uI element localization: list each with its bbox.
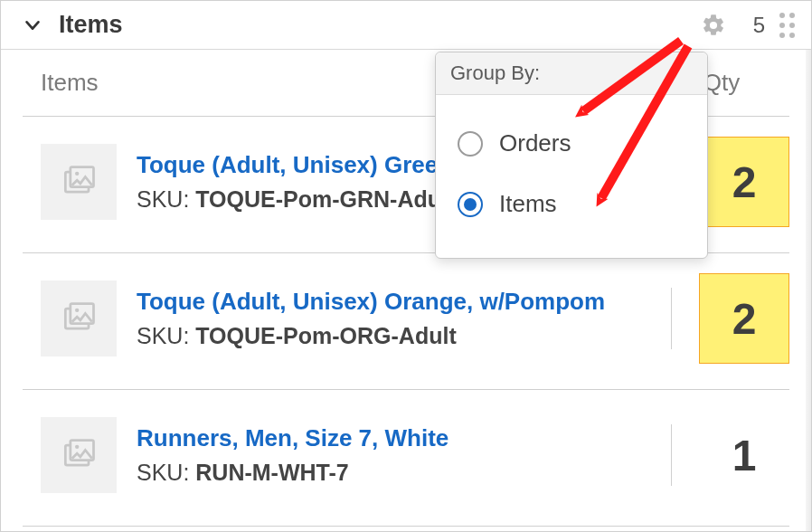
thumbnail-placeholder [41, 144, 117, 220]
item-title-link[interactable]: Runners, Men, Size 7, White [137, 424, 644, 452]
qty-badge: 2 [699, 137, 789, 227]
item-sku-line: SKU: RUN-M-WHT-7 [137, 460, 644, 486]
radio-label: Orders [499, 129, 571, 157]
sku-label: SKU: [137, 323, 195, 348]
scrollbar-edge [806, 50, 811, 531]
drag-handle-icon[interactable] [779, 13, 795, 38]
svg-point-8 [75, 445, 79, 449]
table-row: Toque (Adult, Unisex) Orange, w/Pompom S… [23, 253, 789, 390]
table-row: Runners, Men, Size 7, White SKU: RUN-M-W… [23, 390, 789, 527]
panel-header: Items 5 [1, 1, 811, 50]
radio-icon [458, 131, 483, 157]
radio-option-items[interactable]: Items [452, 174, 691, 234]
item-info: Toque (Adult, Unisex) Orange, w/Pompom S… [137, 288, 644, 349]
popover-header: Group By: [436, 52, 707, 95]
divider [671, 288, 672, 349]
thumbnail-placeholder [41, 417, 117, 493]
radio-option-orders[interactable]: Orders [452, 113, 691, 174]
svg-point-5 [75, 309, 79, 312]
item-info: Runners, Men, Size 7, White SKU: RUN-M-W… [137, 424, 644, 486]
divider [671, 424, 672, 486]
sku-value: TOQUE-Pom-GRN-Adult [195, 186, 455, 212]
chevron-down-icon[interactable] [23, 15, 42, 35]
item-sku-line: SKU: TOQUE-Pom-ORG-Adult [137, 323, 644, 349]
sku-label: SKU: [137, 460, 195, 485]
thumbnail-placeholder [41, 280, 117, 356]
sku-value: RUN-M-WHT-7 [195, 460, 348, 485]
popover-body: Orders Items [436, 95, 707, 258]
svg-point-2 [75, 172, 79, 176]
sku-label: SKU: [137, 186, 195, 212]
group-by-popover: Group By: Orders Items [435, 52, 708, 259]
items-panel: Items 5 Items Qty Toque (Adult, Unisex) … [0, 0, 812, 532]
radio-icon [458, 192, 483, 217]
qty-badge: 1 [699, 410, 789, 500]
panel-title: Items [59, 11, 701, 39]
item-title-link[interactable]: Toque (Adult, Unisex) Orange, w/Pompom [137, 288, 644, 316]
qty-badge: 2 [699, 273, 789, 364]
radio-label: Items [499, 190, 557, 218]
sku-value: TOQUE-Pom-ORG-Adult [195, 323, 456, 348]
gear-icon[interactable] [701, 13, 726, 38]
item-count: 5 [753, 13, 765, 38]
